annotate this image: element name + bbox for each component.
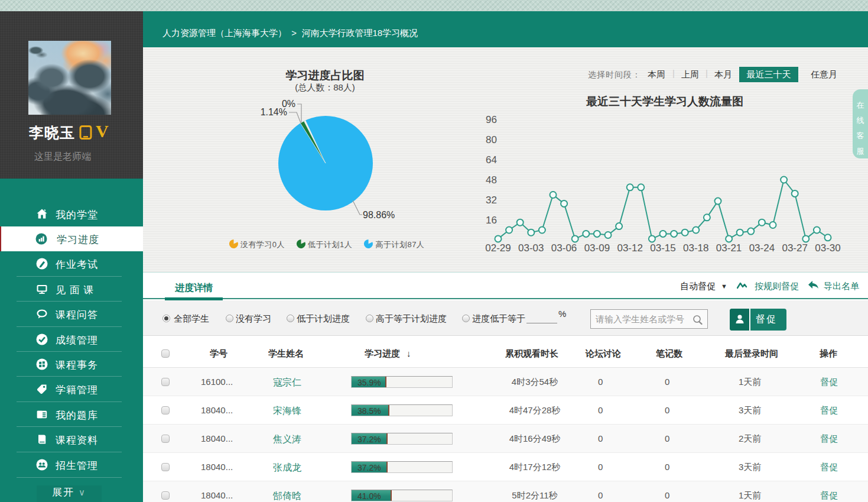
svg-text:80: 80 (486, 134, 497, 145)
svg-text:48: 48 (486, 174, 497, 186)
svg-text:03-12: 03-12 (617, 242, 642, 254)
svg-text:03-03: 03-03 (518, 242, 544, 254)
svg-text:64: 64 (486, 154, 497, 166)
svg-text:03-21: 03-21 (716, 242, 742, 254)
svg-text:96: 96 (486, 114, 497, 125)
svg-text:03-06: 03-06 (551, 242, 577, 254)
svg-text:16: 16 (486, 215, 497, 226)
svg-text:32: 32 (486, 195, 497, 206)
svg-text:02-29: 02-29 (485, 242, 511, 254)
svg-text:03-09: 03-09 (584, 242, 610, 254)
svg-text:03-15: 03-15 (650, 242, 675, 254)
svg-text:03-27: 03-27 (782, 242, 807, 254)
svg-text:03-30: 03-30 (815, 242, 840, 254)
svg-text:03-24: 03-24 (749, 242, 775, 254)
svg-text:03-18: 03-18 (683, 242, 708, 254)
